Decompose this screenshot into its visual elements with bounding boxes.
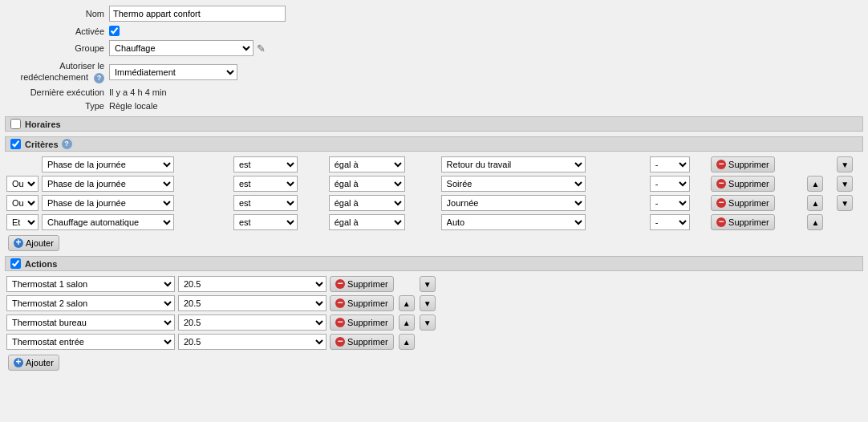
actions-section-header: Actions (5, 256, 863, 271)
minus-icon-action: − (335, 298, 345, 308)
criteria-operator-select[interactable]: est (233, 176, 298, 192)
minus-icon-action: − (335, 337, 345, 347)
action-up-button[interactable]: ▲ (399, 334, 415, 350)
action-supprimer-button[interactable]: −Supprimer (330, 276, 394, 292)
type-label: Type (5, 101, 109, 111)
criteria-comparator-select[interactable]: égal à (329, 176, 405, 192)
criteria-up-button[interactable]: ▲ (807, 195, 823, 211)
main-container: Nom Activée Groupe Chauffage ✎ Autoriser… (0, 0, 868, 422)
criteria-comparator-select[interactable]: égal à (329, 214, 405, 230)
criteria-field-select[interactable]: Phase de la journéeChauffage automatique (42, 214, 174, 230)
minus-icon-action: − (335, 279, 345, 289)
criteria-row: OuEtPhase de la journéeChauffage automat… (5, 193, 863, 213)
criteria-operator-select[interactable]: est (233, 214, 298, 230)
derniere-row: Dernière exécution Il y a 4 h 4 min (5, 87, 863, 98)
action-down-button[interactable]: ▼ (420, 295, 436, 311)
action-supprimer-button[interactable]: −Supprimer (330, 334, 394, 350)
criteria-comparator-select[interactable]: égal à (329, 156, 405, 172)
criteria-value-select[interactable]: Retour du travailSoiréeJournéeAuto (441, 156, 586, 172)
activee-label: Activée (5, 26, 109, 36)
criteria-row: OuEtPhase de la journéeChauffage automat… (5, 174, 863, 193)
criteria-field-select[interactable]: Phase de la journéeChauffage automatique (42, 195, 174, 211)
groupe-label: Groupe (5, 43, 109, 53)
action-value-select[interactable]: 20.5 (178, 334, 327, 350)
plus-icon: + (14, 238, 23, 248)
autoriser-help-icon[interactable]: ? (94, 73, 104, 83)
autoriser-select[interactable]: Immédiatement (109, 64, 237, 80)
autoriser-row: Autoriser le redéclenchement ? Immédiate… (5, 59, 863, 84)
actions-label: Actions (25, 259, 57, 269)
minus-icon: − (716, 160, 726, 169)
actions-ajouter-button[interactable]: + Ajouter (8, 355, 59, 371)
criteria-down-button[interactable]: ▼ (837, 176, 853, 192)
criteria-dash-select[interactable]: - (650, 214, 690, 230)
criteria-operator-select[interactable]: est (233, 195, 298, 211)
action-value-select[interactable]: 20.5 (178, 276, 327, 292)
criteria-value-select[interactable]: Retour du travailSoiréeJournéeAuto (441, 176, 586, 192)
nom-row: Nom (5, 5, 863, 22)
horaires-section-header: Horaires (5, 116, 863, 132)
actions-ajouter-label: Ajouter (26, 358, 54, 367)
groupe-row: Groupe Chauffage ✎ (5, 39, 863, 57)
criteria-field-select[interactable]: Phase de la journéeChauffage automatique (42, 156, 174, 172)
action-value-select[interactable]: 20.5 (178, 295, 327, 311)
groupe-select[interactable]: Chauffage (109, 40, 254, 56)
actions-checkbox[interactable] (10, 258, 21, 269)
criteria-field-select[interactable]: Phase de la journéeChauffage automatique (42, 176, 174, 192)
criteres-ajouter-label: Ajouter (26, 238, 54, 248)
criteres-content: Phase de la journéeChauffage automatique… (5, 155, 863, 251)
action-device-select[interactable]: Thermostat 1 salonThermostat 2 salonTher… (6, 314, 175, 331)
criteria-up-button[interactable]: ▲ (807, 214, 823, 230)
criteria-value-select[interactable]: Retour du travailSoiréeJournéeAuto (441, 195, 586, 211)
nom-input[interactable] (109, 6, 286, 22)
criteria-dash-select[interactable]: - (650, 195, 690, 211)
minus-icon: − (716, 217, 726, 227)
action-down-button[interactable]: ▼ (420, 276, 436, 292)
action-up-button[interactable]: ▲ (399, 314, 415, 331)
connector-select[interactable]: OuEt (6, 195, 39, 211)
criteres-help-icon[interactable]: ? (62, 139, 72, 149)
action-supprimer-button[interactable]: −Supprimer (330, 295, 394, 311)
criteria-dash-select[interactable]: - (650, 156, 690, 172)
autoriser-label: Autoriser le redéclenchement ? (5, 60, 109, 83)
connector-select[interactable]: OuEt (6, 176, 39, 192)
action-up-button[interactable]: ▲ (399, 295, 415, 311)
criteres-checkbox[interactable] (10, 139, 21, 149)
action-row: Thermostat 1 salonThermostat 2 salonTher… (5, 332, 437, 351)
nom-label: Nom (5, 9, 109, 18)
criteria-row: OuEtPhase de la journéeChauffage automat… (5, 213, 863, 232)
actions-table: Thermostat 1 salonThermostat 2 salonTher… (5, 274, 437, 351)
criteres-ajouter-button[interactable]: + Ajouter (8, 235, 59, 251)
action-supprimer-button[interactable]: −Supprimer (330, 314, 394, 331)
criteria-row: Phase de la journéeChauffage automatique… (5, 155, 863, 174)
criteria-comparator-select[interactable]: égal à (329, 195, 405, 211)
criteres-label: Critères (25, 140, 59, 149)
criteria-supprimer-button[interactable]: −Supprimer (711, 195, 775, 211)
action-down-button[interactable]: ▼ (420, 314, 436, 331)
horaires-checkbox[interactable] (10, 119, 21, 129)
criteria-operator-select[interactable]: est (233, 156, 298, 172)
criteria-dash-select[interactable]: - (650, 176, 690, 192)
criteria-up-button[interactable]: ▲ (807, 176, 823, 192)
derniere-value: Il y a 4 h 4 min (109, 87, 167, 97)
connector-select[interactable]: OuEt (6, 214, 39, 230)
groupe-edit-icon[interactable]: ✎ (257, 43, 266, 55)
action-device-select[interactable]: Thermostat 1 salonThermostat 2 salonTher… (6, 334, 175, 350)
derniere-label: Dernière exécution (5, 87, 109, 97)
activee-checkbox[interactable] (109, 26, 120, 36)
action-row: Thermostat 1 salonThermostat 2 salonTher… (5, 274, 437, 294)
action-device-select[interactable]: Thermostat 1 salonThermostat 2 salonTher… (6, 295, 175, 311)
criteria-supprimer-button[interactable]: −Supprimer (711, 214, 775, 230)
action-row: Thermostat 1 salonThermostat 2 salonTher… (5, 294, 437, 313)
criteria-value-select[interactable]: Retour du travailSoiréeJournéeAuto (441, 214, 586, 230)
actions-content: Thermostat 1 salonThermostat 2 salonTher… (5, 274, 863, 371)
type-row: Type Règle locale (5, 100, 863, 112)
criteria-down-button[interactable]: ▼ (837, 195, 853, 211)
criteria-supprimer-button[interactable]: −Supprimer (711, 156, 775, 172)
minus-icon-action: − (335, 318, 345, 327)
criteria-supprimer-button[interactable]: −Supprimer (711, 176, 775, 192)
action-value-select[interactable]: 20.5 (178, 314, 327, 331)
form-section: Nom Activée Groupe Chauffage ✎ Autoriser… (5, 5, 863, 112)
action-device-select[interactable]: Thermostat 1 salonThermostat 2 salonTher… (6, 276, 175, 292)
criteria-down-button[interactable]: ▼ (837, 156, 853, 172)
